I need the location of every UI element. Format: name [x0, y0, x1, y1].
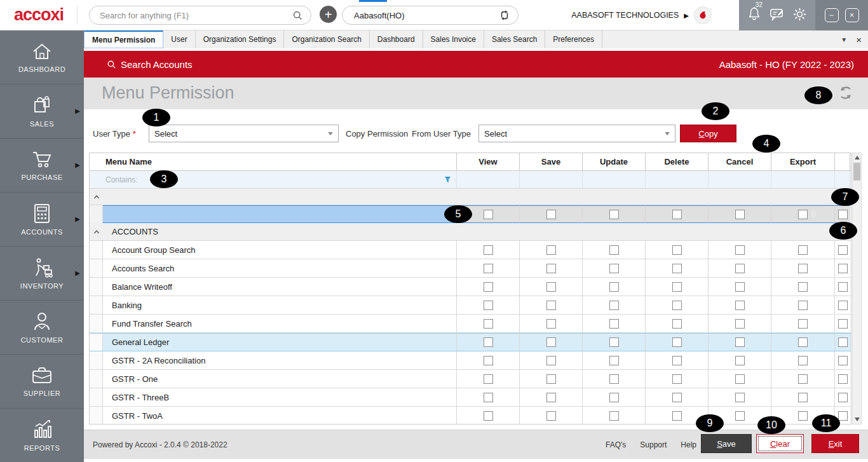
permission-checkbox[interactable]: [484, 282, 493, 292]
table-row[interactable]: Balance Writeoff: [90, 278, 851, 296]
sidebar-item-reports[interactable]: REPORTS: [0, 409, 84, 462]
permission-checkbox[interactable]: [735, 301, 745, 310]
table-row[interactable]: GSTR - 2A Reconciliation: [90, 351, 851, 370]
permission-checkbox[interactable]: [546, 210, 556, 219]
permission-checkbox[interactable]: [546, 301, 556, 310]
save-button[interactable]: Save: [701, 434, 752, 453]
clear-button[interactable]: Clear: [756, 434, 804, 453]
permission-checkbox[interactable]: [838, 282, 848, 292]
permission-checkbox[interactable]: [484, 393, 493, 402]
permission-checkbox[interactable]: [798, 356, 808, 365]
permission-checkbox[interactable]: [546, 356, 556, 365]
permission-checkbox[interactable]: [672, 245, 682, 255]
permission-checkbox[interactable]: [484, 319, 493, 329]
permission-checkbox[interactable]: [484, 337, 493, 347]
permission-checkbox[interactable]: [838, 301, 848, 310]
permission-checkbox[interactable]: [838, 210, 848, 219]
table-row[interactable]: Accounts Search: [90, 259, 851, 278]
permission-checkbox[interactable]: [609, 356, 619, 365]
notifications-button[interactable]: 32: [747, 6, 761, 24]
permission-checkbox[interactable]: [735, 356, 745, 365]
selected-row-name-cell[interactable]: [103, 205, 457, 223]
sidebar-item-accounts[interactable]: ACCOUNTS ▶: [0, 193, 84, 247]
faqs-link[interactable]: FAQ's: [606, 440, 626, 449]
messages-button[interactable]: [770, 7, 785, 24]
permission-checkbox[interactable]: [735, 210, 745, 219]
organization-selector[interactable]: Aabasoft(HO): [342, 6, 519, 25]
permission-checkbox[interactable]: [609, 264, 619, 273]
permission-checkbox[interactable]: [484, 245, 493, 255]
permission-checkbox[interactable]: [798, 210, 808, 219]
table-row[interactable]: Fund Transfer Search: [90, 315, 851, 333]
column-header-menu-name[interactable]: Menu Name: [90, 153, 457, 170]
from-user-type-select[interactable]: Select: [478, 125, 675, 142]
column-header-view[interactable]: View: [457, 153, 520, 170]
table-row[interactable]: Account Group Search: [90, 241, 851, 259]
permission-checkbox[interactable]: [609, 337, 619, 347]
permission-checkbox[interactable]: [838, 356, 848, 365]
search-accounts-button[interactable]: Search Accounts: [107, 59, 193, 70]
tab-preferences[interactable]: Preferences: [545, 31, 602, 48]
sidebar-item-sales[interactable]: SALES ▶: [0, 85, 84, 139]
permission-checkbox[interactable]: [672, 356, 682, 365]
permission-checkbox[interactable]: [735, 319, 745, 329]
user-type-select[interactable]: Select: [149, 125, 339, 142]
permission-checkbox[interactable]: [798, 393, 808, 402]
permission-checkbox[interactable]: [546, 282, 556, 292]
sidebar-item-purchase[interactable]: PURCHASE ▶: [0, 139, 84, 193]
refresh-button[interactable]: [837, 85, 854, 104]
sidebar-item-supplier[interactable]: SUPPLIER: [0, 355, 84, 409]
permission-checkbox[interactable]: [672, 319, 682, 329]
sidebar-item-dashboard[interactable]: DASHBOARD: [0, 31, 84, 85]
permission-checkbox[interactable]: [672, 301, 682, 310]
table-row[interactable]: GSTR - ThreeB: [90, 388, 851, 407]
permission-checkbox[interactable]: [798, 374, 808, 384]
permission-checkbox[interactable]: [484, 264, 493, 273]
permission-checkbox[interactable]: [546, 245, 556, 255]
table-row[interactable]: GSTR - One: [90, 370, 851, 388]
permission-checkbox[interactable]: [484, 210, 493, 219]
permission-checkbox[interactable]: [672, 282, 682, 292]
permission-checkbox[interactable]: [672, 411, 682, 421]
permission-checkbox[interactable]: [609, 393, 619, 402]
permission-checkbox[interactable]: [609, 319, 619, 329]
permission-checkbox[interactable]: [838, 264, 848, 273]
permission-checkbox[interactable]: [798, 301, 808, 310]
permission-checkbox[interactable]: [735, 264, 745, 273]
permission-checkbox[interactable]: [484, 301, 493, 310]
avatar[interactable]: [694, 6, 712, 24]
permission-checkbox[interactable]: [672, 210, 682, 219]
permission-checkbox[interactable]: [798, 337, 808, 347]
table-row[interactable]: GSTR - TwoA: [90, 407, 851, 425]
support-link[interactable]: Support: [640, 440, 667, 449]
permission-checkbox[interactable]: [735, 282, 745, 292]
tab-dashboard[interactable]: Dashboard: [370, 31, 423, 48]
permission-checkbox[interactable]: [484, 411, 493, 421]
column-header-save[interactable]: Save: [520, 153, 583, 170]
copy-button[interactable]: Copy: [680, 125, 736, 142]
permission-checkbox[interactable]: [838, 411, 848, 421]
scroll-up-button[interactable]: [853, 153, 861, 162]
tab-sales-invoice[interactable]: Sales Invoice: [423, 31, 484, 48]
permission-checkbox[interactable]: [609, 282, 619, 292]
permission-checkbox[interactable]: [735, 393, 745, 402]
permission-checkbox[interactable]: [798, 282, 808, 292]
minimize-button[interactable]: −: [825, 8, 839, 22]
tab-menu-permission[interactable]: Menu Permission: [84, 31, 163, 48]
permission-checkbox[interactable]: [672, 264, 682, 273]
permission-checkbox[interactable]: [484, 374, 493, 384]
help-link[interactable]: Help: [681, 440, 696, 449]
table-row[interactable]: Banking: [90, 296, 851, 315]
permission-checkbox[interactable]: [609, 245, 619, 255]
column-header-delete[interactable]: Delete: [646, 153, 709, 170]
permission-checkbox[interactable]: [798, 319, 808, 329]
permission-checkbox[interactable]: [546, 374, 556, 384]
permission-checkbox[interactable]: [546, 319, 556, 329]
menu-name-filter-input[interactable]: Contains:: [90, 171, 457, 188]
permission-checkbox[interactable]: [735, 374, 745, 384]
permission-checkbox[interactable]: [838, 245, 848, 255]
scrollbar-thumb[interactable]: [853, 163, 860, 180]
permission-checkbox[interactable]: [546, 411, 556, 421]
tab-user[interactable]: User: [163, 31, 195, 48]
collapse-group-button[interactable]: [90, 189, 103, 205]
